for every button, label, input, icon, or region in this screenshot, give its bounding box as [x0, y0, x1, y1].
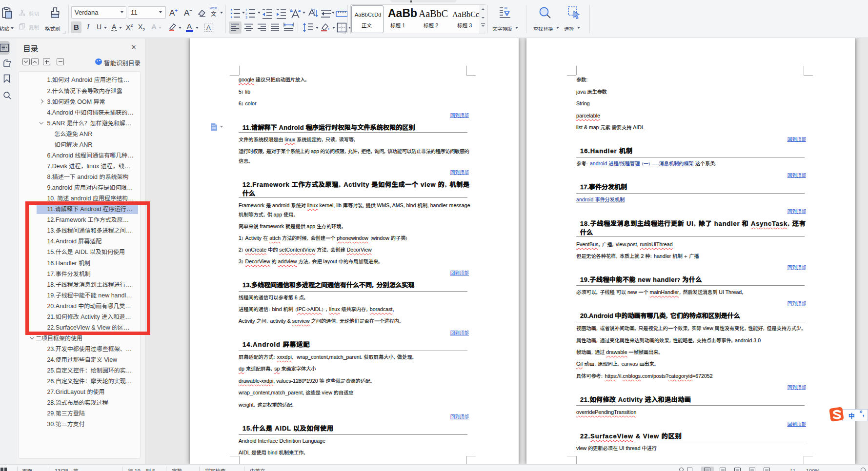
svg-text:2: 2: [245, 12, 247, 16]
svg-text:1: 1: [245, 8, 247, 12]
svg-text:3: 3: [245, 16, 247, 19]
svg-text:A: A: [206, 24, 211, 31]
